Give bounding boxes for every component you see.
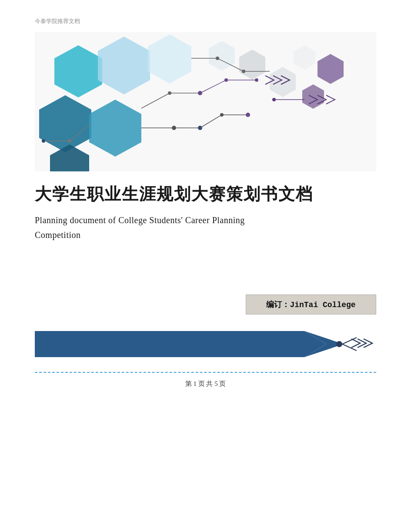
subtitle-line1: Planning document of College Students' C…	[35, 215, 245, 225]
svg-point-39	[255, 78, 258, 82]
svg-line-44	[342, 344, 357, 351]
subtitle-line2: Competition	[35, 230, 81, 240]
arrow-banner	[35, 327, 376, 361]
editor-box: 编订：JinTai College	[246, 294, 376, 315]
svg-marker-40	[35, 331, 326, 357]
main-title: 大学生职业生涯规划大赛策划书文档	[35, 184, 376, 205]
subtitle: Planning document of College Students' C…	[35, 213, 376, 242]
svg-point-31	[42, 139, 45, 143]
editor-text: 编订：JinTai College	[266, 301, 355, 309]
dashed-separator	[35, 372, 376, 373]
svg-point-20	[246, 113, 250, 117]
page-footer: 第 1 页 共 5 页	[35, 380, 376, 388]
banner-image	[35, 32, 376, 171]
svg-point-27	[272, 98, 276, 101]
watermark-label: 今泰学院推荐文档	[35, 17, 376, 25]
document-page: 今泰学院推荐文档	[0, 0, 411, 532]
svg-point-42	[336, 341, 342, 347]
